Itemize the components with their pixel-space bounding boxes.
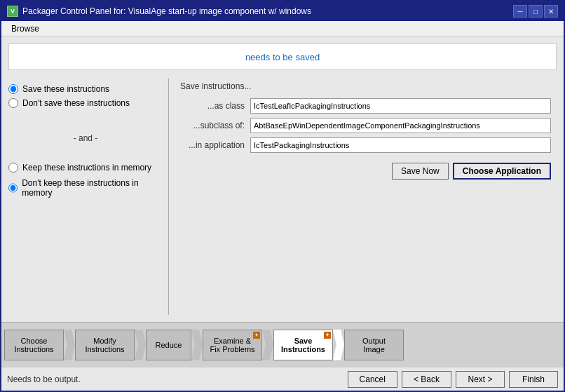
panel-divider	[168, 79, 169, 315]
next-button[interactable]: Next >	[456, 371, 505, 388]
no-keep-memory-option[interactable]: Don't keep these instructions in memory	[8, 178, 163, 198]
wizard-bar: ChooseInstructions ModifyInstructions Re…	[1, 322, 564, 367]
as-class-label: ...as class	[180, 101, 250, 111]
examine-fix-icon: ✦	[253, 332, 260, 339]
arrow-4	[262, 330, 273, 360]
save-button-row: Save Now Choose Application	[180, 163, 551, 180]
step-output-image[interactable]: OutputImage	[344, 330, 404, 360]
arrow-3	[191, 330, 203, 360]
step-choose-instructions-label: ChooseInstructions	[14, 337, 53, 353]
finish-button[interactable]: Finish	[509, 371, 558, 388]
keep-memory-option[interactable]: Keep these instructions in memory	[8, 163, 163, 173]
save-instructions-radio[interactable]	[8, 84, 18, 94]
memory-radio-group: Keep these instructions in memory Don't …	[8, 163, 163, 198]
window-controls: ─ □ ✕	[513, 5, 558, 18]
step-modify-instructions-label: ModifyInstructions	[85, 337, 124, 353]
subclass-of-input[interactable]	[250, 118, 551, 133]
save-instructions-label: Save these instructions	[22, 84, 109, 94]
save-radio-group: Save these instructions Don't save these…	[8, 84, 163, 108]
app-icon: V	[7, 6, 18, 17]
keep-memory-label: Keep these instructions in memory	[22, 163, 151, 173]
close-button[interactable]: ✕	[544, 5, 558, 18]
status-banner-text: needs to be saved	[245, 52, 320, 62]
no-save-instructions-label: Don't save these instructions	[22, 98, 130, 108]
choose-application-button[interactable]: Choose Application	[453, 163, 551, 180]
step-save-instructions-label: SaveInstructions	[281, 337, 325, 353]
title-bar-left: V Packager Control Panel for: VisualAge …	[7, 6, 311, 17]
arrow-5	[333, 330, 344, 360]
menu-bar: Browse	[1, 21, 564, 36]
wizard-step-4: ✦ Examine &Fix Problems	[203, 330, 262, 360]
left-panel: Save these instructions Don't save these…	[8, 79, 163, 315]
save-instructions-option[interactable]: Save these instructions	[8, 84, 163, 94]
step-reduce-label: Reduce	[156, 341, 182, 349]
no-save-instructions-radio[interactable]	[8, 98, 18, 108]
save-now-button[interactable]: Save Now	[392, 163, 449, 180]
cancel-button[interactable]: Cancel	[348, 371, 397, 388]
step-output-image-label: OutputImage	[362, 337, 386, 353]
step-examine-fix-label: Examine &Fix Problems	[210, 337, 254, 353]
wizard-step-1: ChooseInstructions	[4, 330, 64, 360]
arrow-2	[135, 330, 146, 360]
in-application-input[interactable]	[250, 137, 551, 153]
content-area: Save these instructions Don't save these…	[8, 79, 557, 315]
step-modify-instructions[interactable]: ModifyInstructions	[75, 330, 135, 360]
keep-memory-radio[interactable]	[8, 163, 18, 173]
step-examine-fix[interactable]: ✦ Examine &Fix Problems	[203, 330, 262, 360]
status-banner: needs to be saved	[8, 43, 557, 70]
bottom-buttons: Cancel < Back Next > Finish	[348, 371, 558, 388]
as-class-input[interactable]	[250, 98, 551, 114]
wizard-step-2: ModifyInstructions	[75, 330, 135, 360]
step-reduce[interactable]: Reduce	[146, 330, 191, 360]
main-content: needs to be saved Save these instruction…	[1, 36, 564, 322]
bottom-bar: Needs to be output. Cancel < Back Next >…	[1, 367, 564, 391]
no-keep-memory-label: Don't keep these instructions in memory	[22, 178, 163, 198]
wizard-step-3: Reduce	[146, 330, 191, 360]
step-save-instructions[interactable]: ✦ SaveInstructions	[273, 330, 333, 360]
main-window: V Packager Control Panel for: VisualAge …	[0, 0, 565, 392]
no-keep-memory-radio[interactable]	[8, 183, 18, 193]
as-class-row: ...as class	[180, 98, 551, 114]
maximize-button[interactable]: □	[529, 5, 543, 18]
wizard-step-5: ✦ SaveInstructions	[273, 330, 333, 360]
minimize-button[interactable]: ─	[513, 5, 527, 18]
window-title: Packager Control Panel for: VisualAge st…	[22, 6, 311, 16]
subclass-of-label: ...subclass of:	[180, 121, 250, 130]
back-button[interactable]: < Back	[402, 371, 451, 388]
in-application-row: ...in application	[180, 137, 551, 153]
browse-menu[interactable]: Browse	[7, 22, 43, 35]
right-panel: Save instructions... ...as class ...subc…	[175, 79, 557, 315]
bottom-status-text: Needs to be output.	[7, 374, 348, 384]
title-bar: V Packager Control Panel for: VisualAge …	[1, 1, 564, 21]
in-application-label: ...in application	[180, 140, 250, 150]
step-choose-instructions[interactable]: ChooseInstructions	[4, 330, 64, 360]
save-instructions-title: Save instructions...	[180, 81, 551, 91]
wizard-step-6: OutputImage	[344, 330, 404, 360]
and-separator: - and -	[8, 119, 163, 157]
no-save-instructions-option[interactable]: Don't save these instructions	[8, 98, 163, 108]
arrow-1	[64, 330, 75, 360]
save-instructions-icon: ✦	[324, 332, 331, 339]
subclass-of-row: ...subclass of:	[180, 118, 551, 133]
